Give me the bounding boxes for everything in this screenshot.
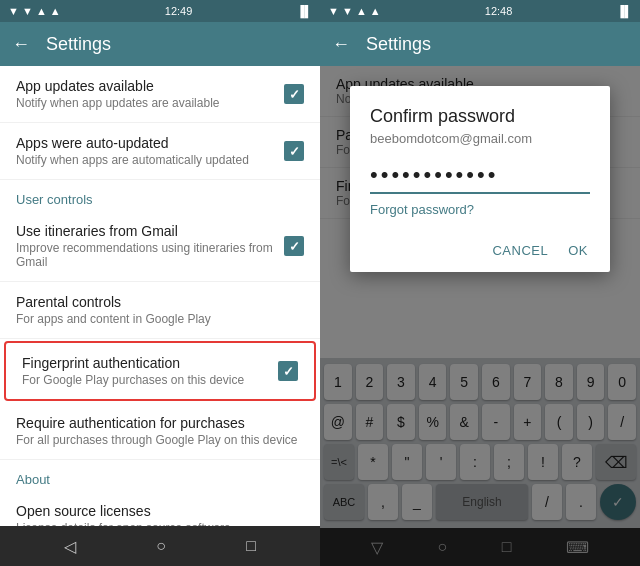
confirm-password-dialog: Confirm password beebomdotcom@gmail.com … [350, 86, 610, 272]
right-toolbar: ← Settings [320, 22, 640, 66]
right-time: 12:48 [485, 5, 513, 17]
left-nav-bar: ◁ ○ □ [0, 526, 320, 566]
setting-app-updates[interactable]: App updates available Notify when app up… [0, 66, 320, 123]
right-back-button[interactable]: ← [332, 34, 350, 55]
setting-fingerprint[interactable]: Fingerprint authentication For Google Pl… [4, 341, 316, 401]
left-page-title: Settings [46, 34, 111, 55]
left-status-bar: ▼ ▼ ▲ ▲ 12:49 ▐▌ [0, 0, 320, 22]
left-back-button[interactable]: ← [12, 34, 30, 55]
right-page-title: Settings [366, 34, 431, 55]
section-about: About [0, 460, 320, 491]
left-settings-list: App updates available Notify when app up… [0, 66, 320, 526]
left-nav-home-icon[interactable]: ○ [156, 537, 166, 555]
left-nav-back-icon[interactable]: ◁ [64, 537, 76, 556]
dialog-buttons: CANCEL OK [370, 233, 590, 264]
checkbox-apps-auto-updated[interactable] [284, 141, 304, 161]
left-nav-recent-icon[interactable]: □ [246, 537, 256, 555]
section-user-controls: User controls [0, 180, 320, 211]
left-signal-icons: ▼ ▼ ▲ ▲ [8, 5, 61, 17]
forgot-password-link[interactable]: Forgot password? [370, 202, 590, 217]
checkbox-fingerprint[interactable] [278, 361, 298, 381]
dialog-overlay: Confirm password beebomdotcom@gmail.com … [320, 66, 640, 566]
setting-itineraries[interactable]: Use itineraries from Gmail Improve recom… [0, 211, 320, 282]
checkbox-app-updates[interactable] [284, 84, 304, 104]
right-battery-icons: ▐▌ [616, 5, 632, 17]
dialog-password-field[interactable]: •••••••••••• [370, 162, 590, 194]
left-panel: ▼ ▼ ▲ ▲ 12:49 ▐▌ ← Settings App updates … [0, 0, 320, 566]
dialog-title: Confirm password [370, 106, 590, 127]
dialog-email: beebomdotcom@gmail.com [370, 131, 590, 146]
setting-parental-controls[interactable]: Parental controls For apps and content i… [0, 282, 320, 339]
setting-open-source[interactable]: Open source licenses License details for… [0, 491, 320, 526]
left-toolbar: ← Settings [0, 22, 320, 66]
right-panel: ▼ ▼ ▲ ▲ 12:48 ▐▌ ← Settings App updates … [320, 0, 640, 566]
cancel-button[interactable]: CANCEL [490, 237, 550, 264]
checkbox-itineraries[interactable] [284, 236, 304, 256]
ok-button[interactable]: OK [566, 237, 590, 264]
left-battery-icons: ▐▌ [296, 5, 312, 17]
dialog-password-dots: •••••••••••• [370, 162, 498, 187]
setting-require-auth[interactable]: Require authentication for purchases For… [0, 403, 320, 460]
right-signal-icons: ▼ ▼ ▲ ▲ [328, 5, 381, 17]
left-time: 12:49 [165, 5, 193, 17]
right-status-bar: ▼ ▼ ▲ ▲ 12:48 ▐▌ [320, 0, 640, 22]
setting-apps-auto-updated[interactable]: Apps were auto-updated Notify when apps … [0, 123, 320, 180]
